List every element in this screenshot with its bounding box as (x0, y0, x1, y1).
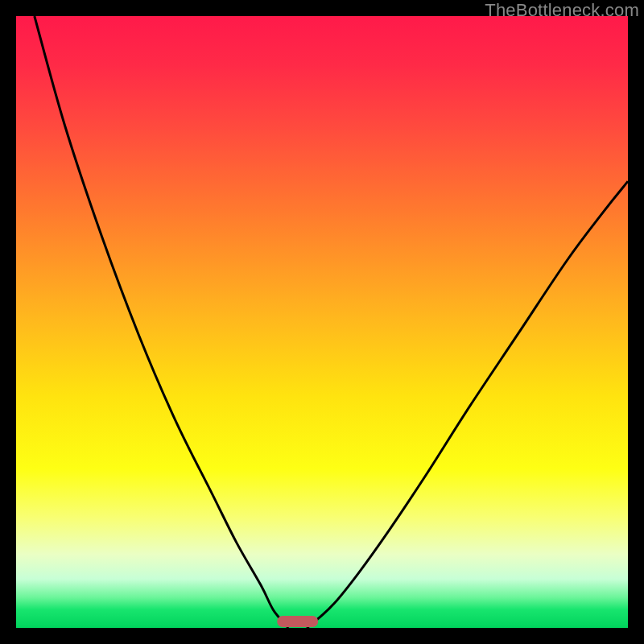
chart-frame (16, 16, 628, 628)
bottleneck-curve (16, 16, 628, 628)
curve-left-branch (35, 16, 288, 628)
bottleneck-marker (277, 616, 319, 627)
curve-right-branch (307, 181, 628, 628)
